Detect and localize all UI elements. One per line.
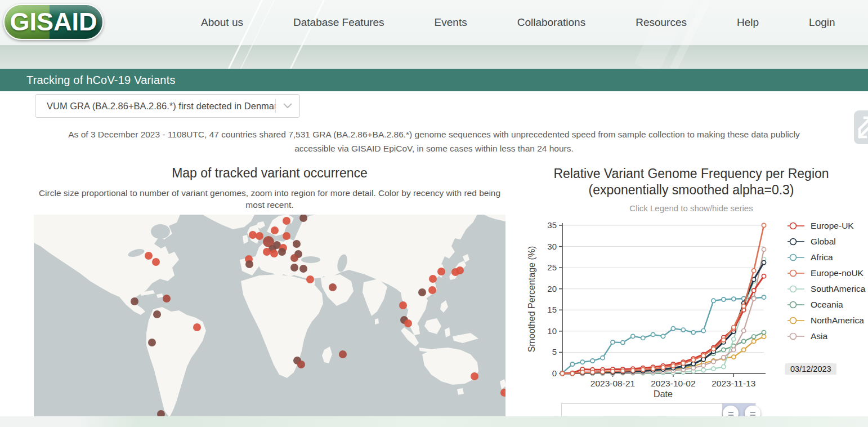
series-point-europe-nouk xyxy=(661,366,665,370)
series-point-africa xyxy=(570,362,574,366)
series-point-africa xyxy=(712,299,715,303)
map-dot-36[interactable] xyxy=(456,266,464,274)
legend-item-europe-nouk[interactable]: Europe-noUK xyxy=(787,265,865,281)
series-point-europe-uk xyxy=(762,274,766,278)
series-point-europe-nouk xyxy=(732,326,736,330)
map-dot-3[interactable] xyxy=(131,297,138,305)
world-map[interactable] xyxy=(34,215,505,427)
map-dot-39[interactable] xyxy=(418,288,426,296)
series-point-africa xyxy=(601,356,605,360)
series-point-europe-nouk xyxy=(722,338,726,342)
map-dot-2[interactable] xyxy=(152,258,160,266)
map-dot-20[interactable] xyxy=(270,250,278,257)
map-dot-40[interactable] xyxy=(399,301,407,309)
series-point-europe-nouk xyxy=(762,223,766,227)
page-header: Tracking of hCoV-19 Variants xyxy=(0,69,868,91)
map-dot-24[interactable] xyxy=(290,254,298,262)
map-dot-12[interactable] xyxy=(249,231,257,239)
legend-marker-global xyxy=(787,237,806,246)
series-point-asia xyxy=(722,355,726,359)
series-point-europe-nouk xyxy=(641,368,645,372)
x-tick-label: 2023-11-13 xyxy=(712,379,755,388)
series-point-africa xyxy=(641,336,645,340)
nav-item-database-features[interactable]: Database Features xyxy=(293,16,384,29)
map-dot-28[interactable] xyxy=(299,265,307,273)
map-dot-13[interactable] xyxy=(256,232,263,240)
legend-item-asia[interactable]: Asia xyxy=(787,328,865,344)
y-tick-label: 0 xyxy=(552,368,557,378)
map-dot-37[interactable] xyxy=(429,275,437,283)
map-dot-30[interactable] xyxy=(329,283,337,291)
legend-item-global[interactable]: Global xyxy=(787,234,865,250)
legend-marker-africa xyxy=(787,253,806,262)
legend-item-africa[interactable]: Africa xyxy=(787,250,865,265)
series-point-europe-nouk xyxy=(742,304,746,308)
series-point-europe-nouk xyxy=(560,371,564,375)
map-dot-42[interactable] xyxy=(404,319,412,327)
map-dot-33[interactable] xyxy=(339,350,347,358)
map-dot-14[interactable] xyxy=(283,232,290,240)
legend-marker-northamerica xyxy=(787,316,806,325)
legend-item-europe-uk[interactable]: Europe-UK xyxy=(787,218,865,234)
series-point-europe-nouk xyxy=(621,369,625,373)
map-dot-7[interactable] xyxy=(148,339,156,346)
nav-item-resources[interactable]: Resources xyxy=(636,16,687,29)
map-dot-38[interactable] xyxy=(428,286,436,294)
chart-title-line2: (exponentially smoothed alpha=0.3) xyxy=(588,183,794,197)
series-point-africa xyxy=(691,331,695,335)
legend-item-southamerica[interactable]: SouthAmerica xyxy=(787,281,865,297)
date-badge: 03/12/2023 xyxy=(785,363,836,375)
chart-legend: Europe-UKGlobalAfricaEurope-noUKSouthAme… xyxy=(787,218,865,344)
map-dot-10[interactable] xyxy=(283,217,290,225)
series-point-europe-nouk xyxy=(701,354,705,358)
map-lake xyxy=(151,224,170,239)
legend-marker-southamerica xyxy=(787,284,806,293)
variant-selector-value: VUM GRA (BA.2.86+BA.2.86.*) first detect… xyxy=(35,101,275,112)
map-dot-19[interactable] xyxy=(263,248,271,256)
map-dot-26[interactable] xyxy=(245,260,253,268)
chevron-down-icon[interactable] xyxy=(276,103,299,109)
series-point-asia xyxy=(742,329,746,333)
map-dot-32[interactable] xyxy=(297,361,305,368)
series-point-southamerica xyxy=(722,364,726,368)
series-point-southamerica xyxy=(712,367,715,371)
y-tick-label: 25 xyxy=(547,263,557,272)
frequency-chart[interactable]: Smoothed Percentage (%) Date 05101520253… xyxy=(524,217,788,411)
map-dot-11[interactable] xyxy=(271,226,279,234)
handle-grip-icon xyxy=(750,415,755,416)
legend-item-oceania[interactable]: Oceania xyxy=(787,297,865,313)
series-point-oceania xyxy=(742,339,746,343)
nav-item-login[interactable]: Login xyxy=(809,16,835,29)
map-dot-34[interactable] xyxy=(437,268,445,275)
nav-item-help[interactable]: Help xyxy=(737,16,759,29)
map-dot-6[interactable] xyxy=(193,323,201,331)
map-dot-21[interactable] xyxy=(278,248,286,256)
series-point-asia xyxy=(712,359,715,363)
map-dot-4[interactable] xyxy=(163,295,171,303)
page-title: Tracking of hCoV-19 Variants xyxy=(0,74,176,87)
nav-item-collaborations[interactable]: Collaborations xyxy=(517,16,585,29)
series-point-asia xyxy=(732,348,736,352)
chart-title-line1: Relative Variant Genome Frequency per Re… xyxy=(553,166,829,181)
series-point-europe-nouk xyxy=(590,370,594,374)
y-axis-label: Smoothed Percentage (%) xyxy=(527,246,536,353)
map-subtitle: Circle size proportional to number of va… xyxy=(36,187,503,211)
series-point-oceania xyxy=(752,335,756,339)
map-dot-1[interactable] xyxy=(145,252,153,260)
map-dot-22[interactable] xyxy=(293,240,301,248)
nav-item-events[interactable]: Events xyxy=(435,16,467,29)
gisaid-logo[interactable]: GISAID xyxy=(3,4,104,40)
series-point-africa xyxy=(681,328,685,332)
series-point-asia xyxy=(691,366,695,370)
map-dot-43[interactable] xyxy=(471,372,478,380)
series-point-europe-nouk xyxy=(681,361,685,365)
series-point-southamerica xyxy=(701,368,705,372)
map-dot-29[interactable] xyxy=(306,275,314,283)
nav-item-about-us[interactable]: About us xyxy=(201,16,243,29)
map-dot-27[interactable] xyxy=(290,264,298,272)
variant-selector[interactable]: VUM GRA (BA.2.86+BA.2.86.*) first detect… xyxy=(35,94,300,118)
map-dot-5[interactable] xyxy=(153,310,161,318)
series-point-asia xyxy=(762,247,766,251)
series-point-europe-nouk xyxy=(691,358,695,362)
legend-item-northamerica[interactable]: NorthAmerica xyxy=(787,313,865,328)
